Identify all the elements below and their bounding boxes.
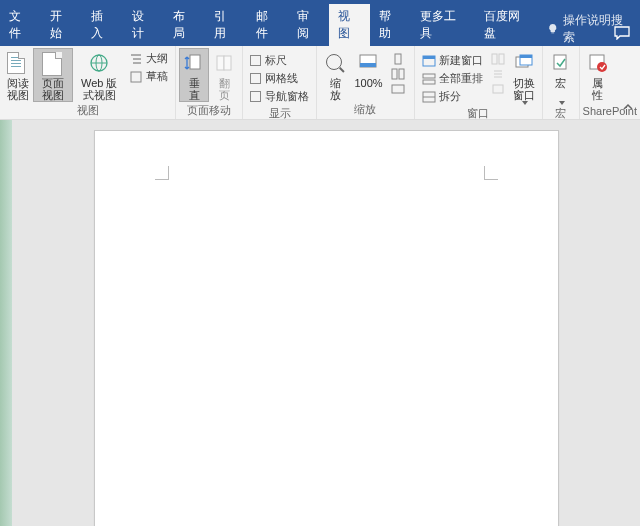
one-page-button[interactable] xyxy=(389,52,409,66)
web-layout-button[interactable]: Web 版式视图 xyxy=(73,48,125,101)
checkbox-icon xyxy=(250,55,261,66)
sync-icon xyxy=(491,68,505,80)
arrange-icon xyxy=(422,73,436,85)
page-width-button[interactable] xyxy=(389,82,409,96)
side-by-side-icon xyxy=(491,53,505,65)
view-side-button[interactable] xyxy=(489,52,507,66)
group-zoom: 缩 放 100% 缩放 xyxy=(317,46,414,119)
arrange-all-button[interactable]: 全部重排 xyxy=(420,70,485,87)
sync-scroll-button[interactable] xyxy=(489,67,507,81)
vertical-button[interactable]: 垂 直 xyxy=(179,48,209,102)
macro-icon xyxy=(550,52,572,74)
tab-layout[interactable]: 布局 xyxy=(164,4,205,46)
nav-pane-checkbox[interactable]: 导航窗格 xyxy=(248,88,311,105)
svg-rect-4 xyxy=(190,55,200,69)
svg-rect-16 xyxy=(423,80,435,84)
document-area[interactable] xyxy=(12,120,640,526)
tab-more-tools[interactable]: 更多工具 xyxy=(411,4,475,46)
split-button[interactable]: 拆分 xyxy=(420,88,485,105)
checkbox-icon xyxy=(250,91,261,102)
zoom-100-button[interactable]: 100% xyxy=(350,48,386,89)
svg-point-27 xyxy=(597,62,607,72)
vertical-icon xyxy=(183,52,205,74)
tab-file[interactable]: 文件 xyxy=(0,4,41,46)
properties-button[interactable]: 属 性 xyxy=(583,48,613,101)
reset-icon xyxy=(491,83,505,95)
read-mode-button[interactable]: 阅读 视图 xyxy=(3,48,33,101)
zoom-100-icon xyxy=(357,52,379,74)
tab-view[interactable]: 视图 xyxy=(329,4,370,46)
crop-mark-icon xyxy=(484,166,498,180)
document-page[interactable] xyxy=(94,130,559,526)
svg-rect-20 xyxy=(499,54,504,64)
multi-page-icon xyxy=(391,68,405,80)
outline-icon xyxy=(129,52,143,66)
gridlines-checkbox[interactable]: 网格线 xyxy=(248,70,311,87)
switch-icon xyxy=(513,52,535,74)
flip-icon xyxy=(213,52,235,74)
window-icon xyxy=(422,55,436,67)
group-macros: 宏 宏 xyxy=(543,46,580,119)
properties-icon xyxy=(587,52,609,74)
zoom-button[interactable]: 缩 放 xyxy=(320,48,350,101)
workspace xyxy=(0,120,640,526)
page-icon xyxy=(42,52,64,74)
svg-rect-24 xyxy=(520,55,532,58)
outline-button[interactable]: 大纲 xyxy=(127,50,170,67)
svg-rect-14 xyxy=(423,56,435,59)
svg-rect-5 xyxy=(217,56,224,70)
one-page-icon xyxy=(391,53,405,65)
tab-review[interactable]: 审阅 xyxy=(288,4,329,46)
tab-mailings[interactable]: 邮件 xyxy=(247,4,288,46)
tab-insert[interactable]: 插入 xyxy=(82,4,123,46)
svg-rect-15 xyxy=(423,74,435,78)
tab-home[interactable]: 开始 xyxy=(41,4,82,46)
group-show: 标尺 网格线 导航窗格 显示 xyxy=(243,46,317,119)
draft-icon xyxy=(129,70,143,84)
switch-windows-button[interactable]: 切换窗口 xyxy=(509,48,539,105)
ruler-checkbox[interactable]: 标尺 xyxy=(248,52,311,69)
draft-button[interactable]: 草稿 xyxy=(127,68,170,85)
svg-rect-8 xyxy=(360,63,376,67)
left-edge xyxy=(0,120,12,526)
svg-rect-3 xyxy=(131,72,141,82)
tab-help[interactable]: 帮助 xyxy=(370,4,411,46)
tabs-bar: 文件 开始 插入 设计 布局 引用 邮件 审阅 视图 帮助 更多工具 百度网盘 … xyxy=(0,22,640,46)
comments-icon[interactable] xyxy=(614,26,630,40)
svg-rect-19 xyxy=(492,54,497,64)
group-page-movement: 垂 直 翻 页 页面移动 xyxy=(176,46,243,119)
svg-rect-9 xyxy=(395,54,401,64)
svg-rect-11 xyxy=(399,69,404,79)
group-page-movement-label: 页面移动 xyxy=(179,102,239,120)
web-icon xyxy=(88,52,110,74)
tab-design[interactable]: 设计 xyxy=(123,4,164,46)
group-views-label: 视图 xyxy=(3,102,172,120)
macros-button[interactable]: 宏 xyxy=(546,48,576,105)
tab-references[interactable]: 引用 xyxy=(205,4,246,46)
lightbulb-icon xyxy=(547,23,559,35)
checkbox-icon xyxy=(250,73,261,84)
group-views: 阅读 视图 页面视图 Web 版式视图 大纲 草稿 视图 xyxy=(0,46,176,119)
svg-rect-6 xyxy=(224,56,231,70)
crop-mark-icon xyxy=(155,166,169,180)
group-zoom-label: 缩放 xyxy=(320,101,410,119)
svg-rect-21 xyxy=(493,85,503,93)
read-icon xyxy=(7,52,29,74)
svg-rect-12 xyxy=(392,85,404,93)
side-to-side-button[interactable]: 翻 页 xyxy=(209,48,239,101)
svg-rect-10 xyxy=(392,69,397,79)
magnifier-icon xyxy=(324,52,346,74)
print-layout-button[interactable]: 页面视图 xyxy=(33,48,73,102)
tab-baidu[interactable]: 百度网盘 xyxy=(475,4,539,46)
page-width-icon xyxy=(391,83,405,95)
ribbon: 阅读 视图 页面视图 Web 版式视图 大纲 草稿 视图 垂 直 xyxy=(0,46,640,120)
collapse-ribbon-button[interactable] xyxy=(622,101,634,113)
chevron-up-icon xyxy=(622,101,634,113)
group-window: 新建窗口 全部重排 拆分 切换窗口 窗口 xyxy=(415,46,543,119)
split-icon xyxy=(422,91,436,103)
new-window-button[interactable]: 新建窗口 xyxy=(420,52,485,69)
multi-page-button[interactable] xyxy=(389,67,409,81)
reset-pos-button[interactable] xyxy=(489,82,507,96)
